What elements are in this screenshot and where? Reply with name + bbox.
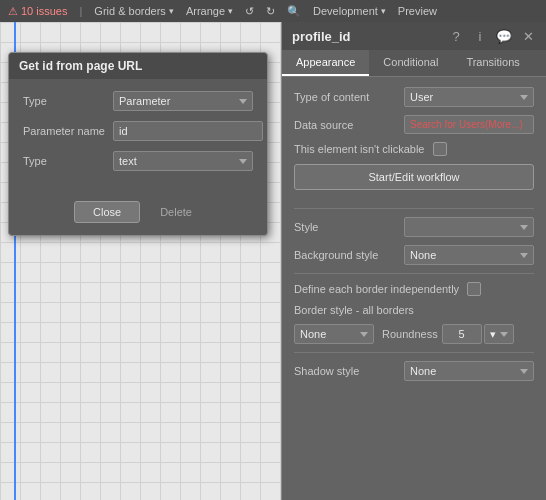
- type-select[interactable]: Parameter: [113, 91, 253, 111]
- divider-2: [294, 273, 534, 274]
- type-label: Type: [23, 95, 113, 107]
- bg-style-row: Background style None: [294, 245, 534, 265]
- param-name-label: Parameter name: [23, 125, 113, 137]
- data-source-value[interactable]: Search for Users(More...): [404, 115, 534, 134]
- border-independent-label: Define each border independently: [294, 283, 459, 295]
- shadow-style-select[interactable]: None: [404, 361, 534, 381]
- modal-left-body: Type Parameter Parameter name Type text: [9, 79, 267, 193]
- canvas-area: nschrijving User's Omschrijving Get id f…: [0, 22, 281, 500]
- workflow-button[interactable]: Start/Edit workflow: [294, 164, 534, 190]
- panel-header: profile_id ? i 💬 ✕: [282, 22, 546, 50]
- shadow-style-label: Shadow style: [294, 365, 404, 377]
- toolbar-search-btn[interactable]: 🔍: [287, 5, 301, 18]
- modal-footer: Close Delete: [9, 193, 267, 235]
- border-independent-row: Define each border independently: [294, 282, 534, 296]
- tab-appearance[interactable]: Appearance: [282, 50, 369, 76]
- roundness-unit-select[interactable]: ▾: [484, 324, 514, 344]
- toolbar-arrange-btn[interactable]: Arrange ▾: [186, 5, 233, 17]
- type-of-content-row: Type of content User: [294, 87, 534, 107]
- panel-title: profile_id: [292, 29, 351, 44]
- style-row: Style: [294, 217, 534, 237]
- divider-1: [294, 208, 534, 209]
- help-icon[interactable]: ?: [448, 28, 464, 44]
- chevron-down-icon: ▾: [169, 6, 174, 16]
- shadow-style-row: Shadow style None: [294, 361, 534, 381]
- toolbar-redo-btn[interactable]: ↻: [266, 5, 275, 18]
- border-independent-checkbox[interactable]: [467, 282, 481, 296]
- panel-tabs: Appearance Conditional Transitions: [282, 50, 546, 77]
- toolbar-issues[interactable]: ⚠ 10 issues: [8, 5, 67, 18]
- panel-body: Type of content User Data source Search …: [282, 77, 546, 500]
- data-source-row: Data source Search for Users(More...): [294, 115, 534, 134]
- roundness-label: Roundness: [382, 328, 438, 340]
- main-area: nschrijving User's Omschrijving Get id f…: [0, 22, 546, 500]
- type2-select[interactable]: text: [113, 151, 253, 171]
- type-of-content-select[interactable]: User: [404, 87, 534, 107]
- info-icon[interactable]: i: [472, 28, 488, 44]
- type-of-content-label: Type of content: [294, 91, 404, 103]
- toolbar: ⚠ 10 issues | Grid & borders ▾ Arrange ▾…: [0, 0, 546, 22]
- border-style-row: Border style - all borders: [294, 304, 534, 316]
- chat-icon[interactable]: 💬: [496, 28, 512, 44]
- toolbar-undo-btn[interactable]: ↺: [245, 5, 254, 18]
- not-clickable-label: This element isn't clickable: [294, 143, 425, 155]
- tab-conditional[interactable]: Conditional: [369, 50, 452, 76]
- param-name-row: Parameter name: [23, 121, 253, 141]
- border-style-label: Border style - all borders: [294, 304, 534, 316]
- divider-3: [294, 352, 534, 353]
- style-label: Style: [294, 221, 404, 233]
- param-name-input[interactable]: [113, 121, 263, 141]
- modal-left-header: Get id from page URL: [9, 53, 267, 79]
- close-button[interactable]: Close: [74, 201, 140, 223]
- style-select[interactable]: [404, 217, 534, 237]
- bg-style-label: Background style: [294, 249, 404, 261]
- border-style-select[interactable]: None: [294, 324, 374, 344]
- chevron-down-icon: ▾: [381, 6, 386, 16]
- not-clickable-row: This element isn't clickable: [294, 142, 534, 156]
- toolbar-preview-btn[interactable]: Preview: [398, 5, 437, 17]
- panel-icons: ? i 💬 ✕: [448, 28, 536, 44]
- tab-transitions[interactable]: Transitions: [452, 50, 533, 76]
- chevron-down-icon: ▾: [228, 6, 233, 16]
- modal-get-id: Get id from page URL Type Parameter Para…: [8, 52, 268, 236]
- toolbar-grid-btn[interactable]: Grid & borders ▾: [94, 5, 174, 17]
- panel-right: profile_id ? i 💬 ✕ Appearance Conditiona…: [281, 22, 546, 500]
- toolbar-dev-btn[interactable]: Development ▾: [313, 5, 386, 17]
- not-clickable-checkbox[interactable]: [433, 142, 447, 156]
- roundness-input[interactable]: [442, 324, 482, 344]
- type-row: Type Parameter: [23, 91, 253, 111]
- data-source-label: Data source: [294, 119, 404, 131]
- type2-row: Type text: [23, 151, 253, 171]
- delete-button[interactable]: Delete: [150, 201, 202, 223]
- bg-style-select[interactable]: None: [404, 245, 534, 265]
- close-icon[interactable]: ✕: [520, 28, 536, 44]
- border-controls-row: None Roundness ▾: [294, 324, 534, 344]
- type2-label: Type: [23, 155, 113, 167]
